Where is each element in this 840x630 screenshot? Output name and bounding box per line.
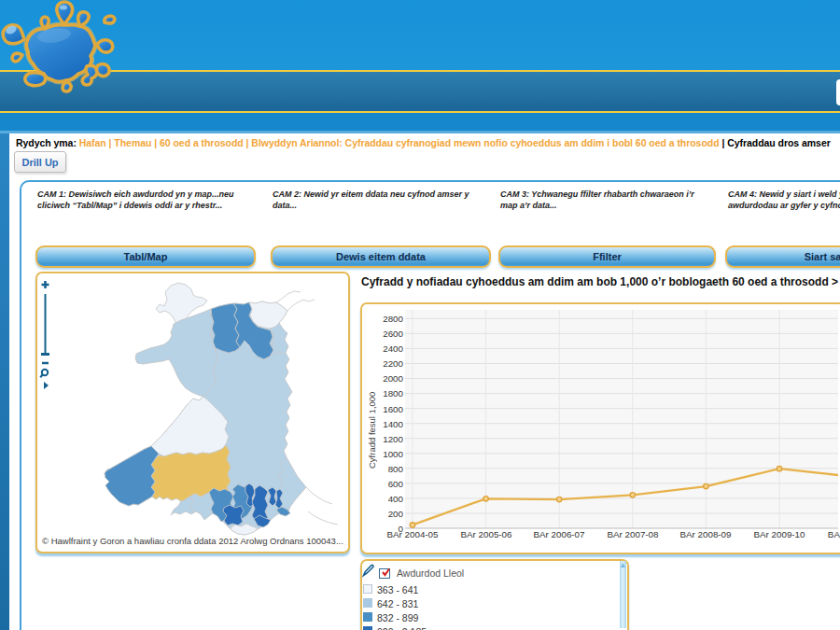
svg-text:© Hawlfraint y Goron a hawliau: © Hawlfraint y Goron a hawliau cronfa dd… xyxy=(42,536,343,546)
